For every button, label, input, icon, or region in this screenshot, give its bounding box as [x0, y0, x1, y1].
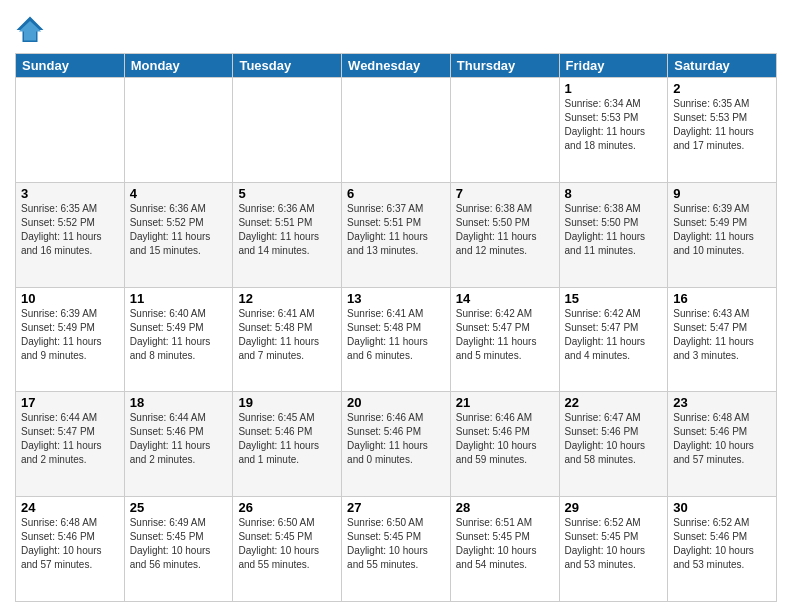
day-cell: 21Sunrise: 6:46 AM Sunset: 5:46 PM Dayli…	[450, 392, 559, 497]
day-info: Sunrise: 6:48 AM Sunset: 5:46 PM Dayligh…	[673, 411, 771, 467]
weekday-header-saturday: Saturday	[668, 54, 777, 78]
page: SundayMondayTuesdayWednesdayThursdayFrid…	[0, 0, 792, 612]
weekday-header-wednesday: Wednesday	[342, 54, 451, 78]
day-number: 4	[130, 186, 228, 201]
day-cell: 30Sunrise: 6:52 AM Sunset: 5:46 PM Dayli…	[668, 497, 777, 602]
day-info: Sunrise: 6:36 AM Sunset: 5:51 PM Dayligh…	[238, 202, 336, 258]
day-number: 25	[130, 500, 228, 515]
day-cell: 24Sunrise: 6:48 AM Sunset: 5:46 PM Dayli…	[16, 497, 125, 602]
day-cell: 28Sunrise: 6:51 AM Sunset: 5:45 PM Dayli…	[450, 497, 559, 602]
day-cell	[16, 78, 125, 183]
day-number: 28	[456, 500, 554, 515]
day-cell: 18Sunrise: 6:44 AM Sunset: 5:46 PM Dayli…	[124, 392, 233, 497]
weekday-header-sunday: Sunday	[16, 54, 125, 78]
day-info: Sunrise: 6:43 AM Sunset: 5:47 PM Dayligh…	[673, 307, 771, 363]
day-cell: 23Sunrise: 6:48 AM Sunset: 5:46 PM Dayli…	[668, 392, 777, 497]
day-number: 24	[21, 500, 119, 515]
day-info: Sunrise: 6:35 AM Sunset: 5:53 PM Dayligh…	[673, 97, 771, 153]
day-cell: 2Sunrise: 6:35 AM Sunset: 5:53 PM Daylig…	[668, 78, 777, 183]
day-info: Sunrise: 6:39 AM Sunset: 5:49 PM Dayligh…	[21, 307, 119, 363]
day-cell: 10Sunrise: 6:39 AM Sunset: 5:49 PM Dayli…	[16, 287, 125, 392]
day-cell: 14Sunrise: 6:42 AM Sunset: 5:47 PM Dayli…	[450, 287, 559, 392]
day-cell: 15Sunrise: 6:42 AM Sunset: 5:47 PM Dayli…	[559, 287, 668, 392]
day-info: Sunrise: 6:46 AM Sunset: 5:46 PM Dayligh…	[456, 411, 554, 467]
day-number: 23	[673, 395, 771, 410]
day-number: 13	[347, 291, 445, 306]
day-info: Sunrise: 6:40 AM Sunset: 5:49 PM Dayligh…	[130, 307, 228, 363]
weekday-header-row: SundayMondayTuesdayWednesdayThursdayFrid…	[16, 54, 777, 78]
day-number: 3	[21, 186, 119, 201]
day-cell	[124, 78, 233, 183]
day-cell	[342, 78, 451, 183]
day-info: Sunrise: 6:51 AM Sunset: 5:45 PM Dayligh…	[456, 516, 554, 572]
day-cell: 1Sunrise: 6:34 AM Sunset: 5:53 PM Daylig…	[559, 78, 668, 183]
day-number: 21	[456, 395, 554, 410]
day-info: Sunrise: 6:42 AM Sunset: 5:47 PM Dayligh…	[565, 307, 663, 363]
day-number: 11	[130, 291, 228, 306]
day-info: Sunrise: 6:38 AM Sunset: 5:50 PM Dayligh…	[456, 202, 554, 258]
week-row-2: 3Sunrise: 6:35 AM Sunset: 5:52 PM Daylig…	[16, 182, 777, 287]
calendar: SundayMondayTuesdayWednesdayThursdayFrid…	[15, 53, 777, 602]
week-row-4: 17Sunrise: 6:44 AM Sunset: 5:47 PM Dayli…	[16, 392, 777, 497]
week-row-5: 24Sunrise: 6:48 AM Sunset: 5:46 PM Dayli…	[16, 497, 777, 602]
day-cell: 26Sunrise: 6:50 AM Sunset: 5:45 PM Dayli…	[233, 497, 342, 602]
day-info: Sunrise: 6:45 AM Sunset: 5:46 PM Dayligh…	[238, 411, 336, 467]
day-cell: 11Sunrise: 6:40 AM Sunset: 5:49 PM Dayli…	[124, 287, 233, 392]
day-number: 19	[238, 395, 336, 410]
day-cell: 27Sunrise: 6:50 AM Sunset: 5:45 PM Dayli…	[342, 497, 451, 602]
day-number: 18	[130, 395, 228, 410]
day-number: 27	[347, 500, 445, 515]
day-number: 30	[673, 500, 771, 515]
day-info: Sunrise: 6:48 AM Sunset: 5:46 PM Dayligh…	[21, 516, 119, 572]
day-info: Sunrise: 6:52 AM Sunset: 5:45 PM Dayligh…	[565, 516, 663, 572]
day-cell: 4Sunrise: 6:36 AM Sunset: 5:52 PM Daylig…	[124, 182, 233, 287]
day-cell: 29Sunrise: 6:52 AM Sunset: 5:45 PM Dayli…	[559, 497, 668, 602]
day-cell: 5Sunrise: 6:36 AM Sunset: 5:51 PM Daylig…	[233, 182, 342, 287]
day-cell	[450, 78, 559, 183]
day-info: Sunrise: 6:35 AM Sunset: 5:52 PM Dayligh…	[21, 202, 119, 258]
day-info: Sunrise: 6:39 AM Sunset: 5:49 PM Dayligh…	[673, 202, 771, 258]
day-number: 2	[673, 81, 771, 96]
day-info: Sunrise: 6:44 AM Sunset: 5:47 PM Dayligh…	[21, 411, 119, 467]
day-number: 16	[673, 291, 771, 306]
day-number: 9	[673, 186, 771, 201]
day-number: 7	[456, 186, 554, 201]
week-row-3: 10Sunrise: 6:39 AM Sunset: 5:49 PM Dayli…	[16, 287, 777, 392]
weekday-header-monday: Monday	[124, 54, 233, 78]
day-info: Sunrise: 6:36 AM Sunset: 5:52 PM Dayligh…	[130, 202, 228, 258]
weekday-header-tuesday: Tuesday	[233, 54, 342, 78]
day-info: Sunrise: 6:41 AM Sunset: 5:48 PM Dayligh…	[347, 307, 445, 363]
weekday-header-friday: Friday	[559, 54, 668, 78]
day-number: 22	[565, 395, 663, 410]
day-number: 29	[565, 500, 663, 515]
day-number: 6	[347, 186, 445, 201]
day-info: Sunrise: 6:34 AM Sunset: 5:53 PM Dayligh…	[565, 97, 663, 153]
day-info: Sunrise: 6:42 AM Sunset: 5:47 PM Dayligh…	[456, 307, 554, 363]
day-cell: 8Sunrise: 6:38 AM Sunset: 5:50 PM Daylig…	[559, 182, 668, 287]
logo-icon	[15, 15, 45, 45]
day-cell: 6Sunrise: 6:37 AM Sunset: 5:51 PM Daylig…	[342, 182, 451, 287]
day-info: Sunrise: 6:37 AM Sunset: 5:51 PM Dayligh…	[347, 202, 445, 258]
day-number: 1	[565, 81, 663, 96]
day-number: 20	[347, 395, 445, 410]
day-number: 15	[565, 291, 663, 306]
day-number: 26	[238, 500, 336, 515]
day-cell: 3Sunrise: 6:35 AM Sunset: 5:52 PM Daylig…	[16, 182, 125, 287]
day-cell: 16Sunrise: 6:43 AM Sunset: 5:47 PM Dayli…	[668, 287, 777, 392]
day-info: Sunrise: 6:38 AM Sunset: 5:50 PM Dayligh…	[565, 202, 663, 258]
day-cell: 9Sunrise: 6:39 AM Sunset: 5:49 PM Daylig…	[668, 182, 777, 287]
header	[15, 10, 777, 45]
day-number: 8	[565, 186, 663, 201]
day-cell: 20Sunrise: 6:46 AM Sunset: 5:46 PM Dayli…	[342, 392, 451, 497]
svg-marker-1	[19, 21, 42, 41]
day-number: 5	[238, 186, 336, 201]
day-cell: 7Sunrise: 6:38 AM Sunset: 5:50 PM Daylig…	[450, 182, 559, 287]
day-number: 10	[21, 291, 119, 306]
day-info: Sunrise: 6:50 AM Sunset: 5:45 PM Dayligh…	[238, 516, 336, 572]
day-cell: 12Sunrise: 6:41 AM Sunset: 5:48 PM Dayli…	[233, 287, 342, 392]
day-cell: 19Sunrise: 6:45 AM Sunset: 5:46 PM Dayli…	[233, 392, 342, 497]
day-info: Sunrise: 6:52 AM Sunset: 5:46 PM Dayligh…	[673, 516, 771, 572]
day-number: 17	[21, 395, 119, 410]
day-cell: 25Sunrise: 6:49 AM Sunset: 5:45 PM Dayli…	[124, 497, 233, 602]
day-cell: 13Sunrise: 6:41 AM Sunset: 5:48 PM Dayli…	[342, 287, 451, 392]
